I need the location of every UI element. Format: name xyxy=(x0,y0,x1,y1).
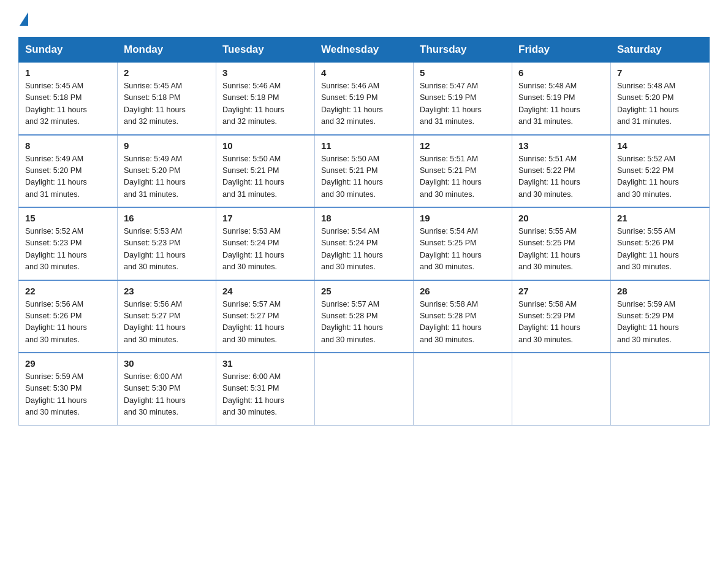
day-number: 2 xyxy=(124,67,210,78)
day-number: 16 xyxy=(124,213,210,223)
day-number: 20 xyxy=(518,213,604,223)
calendar-cell: 11 Sunrise: 5:50 AM Sunset: 5:21 PM Dayl… xyxy=(315,135,414,208)
day-info: Sunrise: 5:55 AM Sunset: 5:25 PM Dayligh… xyxy=(518,226,604,274)
calendar-cell: 16 Sunrise: 5:53 AM Sunset: 5:23 PM Dayl… xyxy=(118,207,216,280)
day-number: 18 xyxy=(321,213,407,223)
calendar-week-row: 29 Sunrise: 5:59 AM Sunset: 5:30 PM Dayl… xyxy=(19,353,710,425)
day-info: Sunrise: 5:59 AM Sunset: 5:30 PM Dayligh… xyxy=(25,371,111,419)
col-header-saturday: Saturday xyxy=(611,37,710,63)
day-number: 7 xyxy=(617,67,703,78)
calendar-week-row: 22 Sunrise: 5:56 AM Sunset: 5:26 PM Dayl… xyxy=(19,280,710,353)
calendar-cell: 28 Sunrise: 5:59 AM Sunset: 5:29 PM Dayl… xyxy=(611,280,710,353)
calendar-cell: 15 Sunrise: 5:52 AM Sunset: 5:23 PM Dayl… xyxy=(19,207,118,280)
day-number: 14 xyxy=(617,140,703,151)
calendar-table: SundayMondayTuesdayWednesdayThursdayFrid… xyxy=(18,37,710,426)
day-number: 3 xyxy=(222,67,308,78)
calendar-cell: 14 Sunrise: 5:52 AM Sunset: 5:22 PM Dayl… xyxy=(611,135,710,208)
col-header-friday: Friday xyxy=(512,37,611,63)
day-number: 30 xyxy=(124,358,210,369)
calendar-week-row: 8 Sunrise: 5:49 AM Sunset: 5:20 PM Dayli… xyxy=(19,135,710,208)
calendar-cell: 27 Sunrise: 5:58 AM Sunset: 5:29 PM Dayl… xyxy=(512,280,611,353)
day-number: 21 xyxy=(617,213,703,223)
calendar-cell: 31 Sunrise: 6:00 AM Sunset: 5:31 PM Dayl… xyxy=(216,353,315,425)
day-info: Sunrise: 5:50 AM Sunset: 5:21 PM Dayligh… xyxy=(222,153,308,201)
day-info: Sunrise: 5:57 AM Sunset: 5:27 PM Dayligh… xyxy=(222,299,308,347)
calendar-cell: 20 Sunrise: 5:55 AM Sunset: 5:25 PM Dayl… xyxy=(512,207,611,280)
page-header xyxy=(18,12,710,26)
day-info: Sunrise: 5:56 AM Sunset: 5:26 PM Dayligh… xyxy=(25,299,111,347)
calendar-cell: 30 Sunrise: 6:00 AM Sunset: 5:30 PM Dayl… xyxy=(118,353,216,425)
calendar-cell: 10 Sunrise: 5:50 AM Sunset: 5:21 PM Dayl… xyxy=(216,135,315,208)
col-header-sunday: Sunday xyxy=(19,37,118,63)
day-number: 4 xyxy=(321,67,407,78)
day-info: Sunrise: 6:00 AM Sunset: 5:31 PM Dayligh… xyxy=(222,371,308,419)
day-number: 22 xyxy=(25,286,111,296)
calendar-cell: 25 Sunrise: 5:57 AM Sunset: 5:28 PM Dayl… xyxy=(315,280,414,353)
day-info: Sunrise: 5:46 AM Sunset: 5:18 PM Dayligh… xyxy=(222,80,308,128)
day-number: 23 xyxy=(124,286,210,296)
calendar-cell: 3 Sunrise: 5:46 AM Sunset: 5:18 PM Dayli… xyxy=(216,63,315,135)
day-number: 28 xyxy=(617,286,703,296)
day-info: Sunrise: 5:54 AM Sunset: 5:24 PM Dayligh… xyxy=(321,226,407,274)
calendar-cell: 4 Sunrise: 5:46 AM Sunset: 5:19 PM Dayli… xyxy=(315,63,414,135)
day-number: 26 xyxy=(420,286,506,296)
day-number: 29 xyxy=(25,358,111,369)
day-info: Sunrise: 6:00 AM Sunset: 5:30 PM Dayligh… xyxy=(124,371,210,419)
day-number: 5 xyxy=(420,67,506,78)
calendar-cell: 26 Sunrise: 5:58 AM Sunset: 5:28 PM Dayl… xyxy=(414,280,512,353)
day-info: Sunrise: 5:53 AM Sunset: 5:23 PM Dayligh… xyxy=(124,226,210,274)
calendar-cell: 5 Sunrise: 5:47 AM Sunset: 5:19 PM Dayli… xyxy=(414,63,512,135)
calendar-cell: 29 Sunrise: 5:59 AM Sunset: 5:30 PM Dayl… xyxy=(19,353,118,425)
day-info: Sunrise: 5:45 AM Sunset: 5:18 PM Dayligh… xyxy=(124,80,210,128)
day-info: Sunrise: 5:51 AM Sunset: 5:22 PM Dayligh… xyxy=(518,153,604,201)
day-info: Sunrise: 5:51 AM Sunset: 5:21 PM Dayligh… xyxy=(420,153,506,201)
calendar-cell xyxy=(512,353,611,425)
logo-triangle-icon xyxy=(20,12,28,26)
day-info: Sunrise: 5:58 AM Sunset: 5:28 PM Dayligh… xyxy=(420,299,506,347)
day-number: 31 xyxy=(222,358,308,369)
day-number: 6 xyxy=(518,67,604,78)
day-info: Sunrise: 5:54 AM Sunset: 5:25 PM Dayligh… xyxy=(420,226,506,274)
calendar-cell xyxy=(611,353,710,425)
day-info: Sunrise: 5:45 AM Sunset: 5:18 PM Dayligh… xyxy=(25,80,111,128)
day-number: 17 xyxy=(222,213,308,223)
day-number: 25 xyxy=(321,286,407,296)
logo xyxy=(18,12,28,26)
day-number: 19 xyxy=(420,213,506,223)
day-info: Sunrise: 5:57 AM Sunset: 5:28 PM Dayligh… xyxy=(321,299,407,347)
day-info: Sunrise: 5:52 AM Sunset: 5:23 PM Dayligh… xyxy=(25,226,111,274)
day-info: Sunrise: 5:48 AM Sunset: 5:19 PM Dayligh… xyxy=(518,80,604,128)
calendar-cell: 13 Sunrise: 5:51 AM Sunset: 5:22 PM Dayl… xyxy=(512,135,611,208)
calendar-cell: 17 Sunrise: 5:53 AM Sunset: 5:24 PM Dayl… xyxy=(216,207,315,280)
day-number: 24 xyxy=(222,286,308,296)
calendar-cell: 12 Sunrise: 5:51 AM Sunset: 5:21 PM Dayl… xyxy=(414,135,512,208)
day-number: 10 xyxy=(222,140,308,151)
calendar-cell xyxy=(414,353,512,425)
day-info: Sunrise: 5:56 AM Sunset: 5:27 PM Dayligh… xyxy=(124,299,210,347)
calendar-cell: 24 Sunrise: 5:57 AM Sunset: 5:27 PM Dayl… xyxy=(216,280,315,353)
day-info: Sunrise: 5:46 AM Sunset: 5:19 PM Dayligh… xyxy=(321,80,407,128)
day-info: Sunrise: 5:48 AM Sunset: 5:20 PM Dayligh… xyxy=(617,80,703,128)
calendar-cell: 21 Sunrise: 5:55 AM Sunset: 5:26 PM Dayl… xyxy=(611,207,710,280)
col-header-wednesday: Wednesday xyxy=(315,37,414,63)
calendar-cell: 18 Sunrise: 5:54 AM Sunset: 5:24 PM Dayl… xyxy=(315,207,414,280)
day-info: Sunrise: 5:49 AM Sunset: 5:20 PM Dayligh… xyxy=(25,153,111,201)
day-info: Sunrise: 5:49 AM Sunset: 5:20 PM Dayligh… xyxy=(124,153,210,201)
calendar-week-row: 15 Sunrise: 5:52 AM Sunset: 5:23 PM Dayl… xyxy=(19,207,710,280)
day-number: 12 xyxy=(420,140,506,151)
col-header-thursday: Thursday xyxy=(414,37,512,63)
day-number: 1 xyxy=(25,67,111,78)
day-info: Sunrise: 5:55 AM Sunset: 5:26 PM Dayligh… xyxy=(617,226,703,274)
calendar-header-row: SundayMondayTuesdayWednesdayThursdayFrid… xyxy=(19,37,710,63)
calendar-cell: 22 Sunrise: 5:56 AM Sunset: 5:26 PM Dayl… xyxy=(19,280,118,353)
day-number: 13 xyxy=(518,140,604,151)
col-header-tuesday: Tuesday xyxy=(216,37,315,63)
calendar-cell: 23 Sunrise: 5:56 AM Sunset: 5:27 PM Dayl… xyxy=(118,280,216,353)
calendar-cell xyxy=(315,353,414,425)
calendar-cell: 7 Sunrise: 5:48 AM Sunset: 5:20 PM Dayli… xyxy=(611,63,710,135)
day-info: Sunrise: 5:58 AM Sunset: 5:29 PM Dayligh… xyxy=(518,299,604,347)
day-info: Sunrise: 5:53 AM Sunset: 5:24 PM Dayligh… xyxy=(222,226,308,274)
calendar-cell: 8 Sunrise: 5:49 AM Sunset: 5:20 PM Dayli… xyxy=(19,135,118,208)
calendar-cell: 19 Sunrise: 5:54 AM Sunset: 5:25 PM Dayl… xyxy=(414,207,512,280)
calendar-cell: 9 Sunrise: 5:49 AM Sunset: 5:20 PM Dayli… xyxy=(118,135,216,208)
